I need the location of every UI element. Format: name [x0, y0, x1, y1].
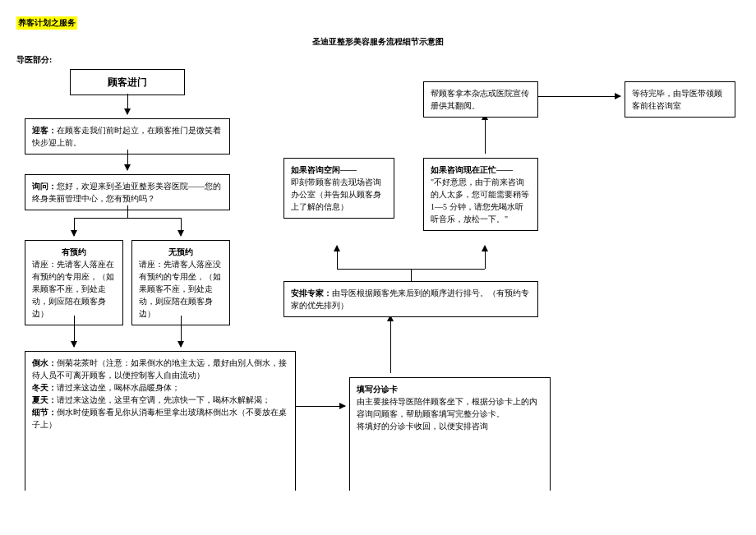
box-booked: 有预约 请座：先请客人落座在有预约的专用座，（如果顾客不座，到处走动，则应陪在顾…: [25, 240, 123, 325]
arrow-icon: [74, 218, 75, 236]
busy-title: 如果咨询现在正忙——: [431, 164, 531, 176]
box-nobook: 无预约 请座：先请客人落座没有预约的专用坐，（如果顾客不座，到处走动，则应陪在顾…: [131, 240, 230, 325]
main-title: 圣迪亚整形美容服务流程细节示意图: [16, 36, 740, 48]
mag-text: 帮顾客拿本杂志或医院宣传册供其翻阅。: [431, 89, 529, 110]
arrow-icon: [181, 316, 182, 347]
box-wait: 等待完毕，由导医带领顾客前往咨询室: [625, 81, 735, 118]
arrow-icon: [485, 246, 486, 269]
free-title: 如果咨询空闲——: [291, 164, 387, 176]
arrow-icon: [296, 406, 345, 407]
arrow-icon: [127, 94, 128, 114]
nobook-text: 请座：先请客人落座没有预约的专用坐，（如果顾客不座，到处走动，则应陪在顾客身边）: [139, 258, 223, 320]
busy-text: "不好意思，由于前来咨询的人太多，您可能需要稍等 1—5 分钟，请您先喝水听听音…: [431, 176, 531, 225]
arrow-icon: [538, 96, 620, 97]
water-l1b: 倒菊花茶时（注意：如果倒水的地主太远，最好由别人倒水，接待人员不可离开顾客，以便…: [32, 358, 287, 380]
box-arrange: 安排专家：由导医根据顾客先来后到的顺序进行排号。（有预约专家的优先排列）: [284, 281, 538, 317]
water-l1a: 倒水：: [32, 358, 57, 367]
water-l3b: 请过来这边坐，这里有空调，先凉快一下，喝杯水解解渴；: [57, 395, 270, 404]
water-l2b: 请过来这边坐，喝杯水晶暖身体；: [57, 383, 180, 392]
triage-l1: 由主要接待导医陪伴顾客坐下，根据分诊卡上的内容询问顾客，帮助顾客填写完整分诊卡。: [357, 395, 543, 420]
box-free: 如果咨询空闲—— 即刻带顾客前去现场咨询办公室（并告知从顾客身上了解的信息）: [284, 158, 394, 219]
box-busy: 如果咨询现在正忙—— "不好意思，由于前来咨询的人太多，您可能需要稍等 1—5 …: [423, 158, 538, 231]
arrow-icon: [485, 114, 486, 154]
flowchart: 顾客进门 迎客：在顾客走我们前时起立，在顾客推门是微笑着快步迎上前。 询问：您好…: [16, 69, 740, 529]
arrow-icon: [337, 246, 338, 269]
line: [411, 269, 412, 281]
ask-text: 您好，欢迎来到圣迪亚整形美容医院——您的终身美丽管理中心，您有预约吗？: [32, 182, 221, 203]
arrow-icon: [127, 150, 128, 170]
wait-text: 等待完毕，由导医带领顾客前往咨询室: [632, 89, 722, 110]
nobook-title: 无预约: [139, 246, 223, 258]
line: [337, 269, 485, 270]
arrow-icon: [390, 316, 391, 373]
arrow-icon: [74, 316, 75, 347]
highlight-title: 养客计划之服务: [16, 16, 77, 30]
triage-title: 填写分诊卡: [357, 383, 543, 395]
booked-title: 有预约: [32, 246, 116, 258]
triage-l2: 将填好的分诊卡收回，以便安排咨询: [357, 420, 543, 432]
box-water: 倒水：倒菊花茶时（注意：如果倒水的地主太远，最好由别人倒水，接待人员不可离开顾客…: [25, 351, 296, 491]
page-header: 养客计划之服务 圣迪亚整形美容服务流程细节示意图 导医部分:: [16, 16, 740, 66]
free-text: 即刻带顾客前去现场咨询办公室（并告知从顾客身上了解的信息）: [291, 176, 387, 213]
water-l4a: 细节：: [32, 408, 57, 417]
box-triage: 填写分诊卡 由主要接待导医陪伴顾客坐下，根据分诊卡上的内容询问顾客，帮助顾客填写…: [349, 377, 551, 491]
box-entry: 顾客进门: [70, 69, 185, 95]
section-label: 导医部分:: [16, 54, 740, 66]
ask-label: 询问：: [32, 182, 57, 191]
arrow-icon: [181, 218, 182, 236]
arrange-label: 安排专家：: [291, 288, 332, 297]
line: [127, 205, 128, 218]
box-magazine: 帮顾客拿本杂志或医院宣传册供其翻阅。: [423, 81, 538, 118]
line: [74, 218, 181, 219]
greet-label: 迎客：: [32, 126, 57, 135]
water-l3a: 夏天：: [32, 395, 57, 404]
greet-text: 在顾客走我们前时起立，在顾客推门是微笑着快步迎上前。: [32, 126, 221, 147]
water-l4b: 倒水时使顾客看见你从消毒柜里拿出玻璃杯倒出水（不要放在桌子上）: [32, 408, 287, 429]
water-l2a: 冬天：: [32, 383, 57, 392]
booked-text: 请座：先请客人落座在有预约的专用座，（如果顾客不座，到处走动，则应陪在顾客身边）: [32, 258, 116, 320]
